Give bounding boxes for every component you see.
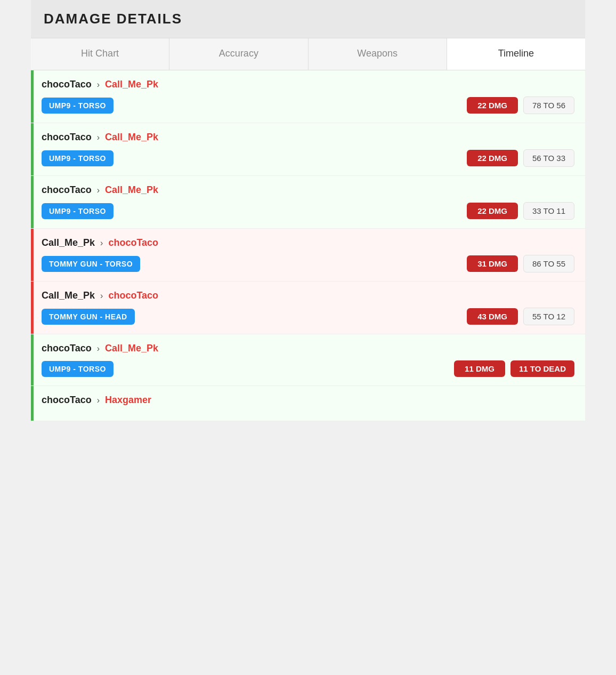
event-row: Call_Me_Pk › chocoTaco TOMMY GUN - HEAD … [31, 282, 585, 334]
dmg-badge: 31 DMG [467, 255, 518, 272]
weapon-badge: UMP9 - TORSO [42, 361, 114, 377]
attacker-name: Call_Me_Pk [42, 290, 95, 301]
tab-timeline[interactable]: Timeline [447, 38, 585, 70]
arrow-icon: › [97, 133, 100, 142]
attacker-name: chocoTaco [42, 395, 92, 406]
arrow-icon: › [100, 238, 103, 248]
target-name: Haxgamer [105, 395, 151, 406]
arrow-icon: › [97, 396, 100, 405]
arrow-icon: › [97, 186, 100, 195]
event-details-right: 22 DMG 78 TO 56 [467, 97, 574, 114]
event-row: chocoTaco › Haxgamer [31, 386, 585, 421]
dmg-badge: 22 DMG [467, 97, 518, 114]
event-details: UMP9 - TORSO 22 DMG 56 TO 33 [42, 149, 574, 167]
event-players: chocoTaco › Call_Me_Pk [42, 184, 574, 196]
event-details: UMP9 - TORSO 22 DMG 33 TO 11 [42, 202, 574, 220]
health-badge: 55 TO 12 [523, 308, 574, 325]
tabs-bar: Hit Chart Accuracy Weapons Timeline [31, 38, 585, 70]
arrow-icon: › [100, 291, 103, 301]
health-badge: 78 TO 56 [523, 97, 574, 114]
weapon-badge: TOMMY GUN - TORSO [42, 256, 140, 272]
event-details: UMP9 - TORSO 22 DMG 78 TO 56 [42, 97, 574, 114]
page-wrapper: DAMAGE DETAILS Hit Chart Accuracy Weapon… [31, 0, 585, 421]
arrow-icon: › [97, 344, 100, 353]
event-details-right: 43 DMG 55 TO 12 [467, 308, 574, 325]
event-row: chocoTaco › Call_Me_Pk UMP9 - TORSO 11 D… [31, 334, 585, 386]
event-players: Call_Me_Pk › chocoTaco [42, 290, 574, 301]
event-row: chocoTaco › Call_Me_Pk UMP9 - TORSO 22 D… [31, 70, 585, 123]
attacker-name: chocoTaco [42, 343, 92, 354]
timeline-container: chocoTaco › Call_Me_Pk UMP9 - TORSO 22 D… [31, 70, 585, 421]
tab-hit-chart[interactable]: Hit Chart [31, 38, 169, 70]
event-details-right: 22 DMG 33 TO 11 [467, 202, 574, 220]
arrow-icon: › [97, 80, 100, 90]
page-header: DAMAGE DETAILS [31, 0, 585, 38]
health-badge: 86 TO 55 [523, 255, 574, 272]
attacker-name: chocoTaco [42, 184, 92, 196]
health-badge: 33 TO 11 [523, 202, 574, 220]
event-players: chocoTaco › Call_Me_Pk [42, 343, 574, 354]
weapon-badge: UMP9 - TORSO [42, 203, 114, 219]
health-badge: 56 TO 33 [523, 149, 574, 167]
event-players: chocoTaco › Haxgamer [42, 395, 574, 406]
tab-weapons[interactable]: Weapons [309, 38, 447, 70]
dmg-badge: 22 DMG [467, 150, 518, 166]
target-name: Call_Me_Pk [105, 79, 158, 90]
event-row: chocoTaco › Call_Me_Pk UMP9 - TORSO 22 D… [31, 123, 585, 176]
target-name: chocoTaco [108, 290, 158, 301]
tab-accuracy[interactable]: Accuracy [169, 38, 308, 70]
event-row: chocoTaco › Call_Me_Pk UMP9 - TORSO 22 D… [31, 176, 585, 229]
target-name: Call_Me_Pk [105, 343, 158, 354]
attacker-name: Call_Me_Pk [42, 237, 95, 248]
event-details: TOMMY GUN - HEAD 43 DMG 55 TO 12 [42, 308, 574, 325]
target-name: Call_Me_Pk [105, 132, 158, 143]
event-details: UMP9 - TORSO 11 DMG 11 TO DEAD [42, 360, 574, 377]
event-details-right: 22 DMG 56 TO 33 [467, 149, 574, 167]
event-players: chocoTaco › Call_Me_Pk [42, 132, 574, 143]
event-players: Call_Me_Pk › chocoTaco [42, 237, 574, 248]
dmg-badge: 22 DMG [467, 203, 518, 219]
page-title: DAMAGE DETAILS [44, 11, 572, 27]
target-name: Call_Me_Pk [105, 184, 158, 196]
attacker-name: chocoTaco [42, 132, 92, 143]
event-row: Call_Me_Pk › chocoTaco TOMMY GUN - TORSO… [31, 229, 585, 282]
weapon-badge: TOMMY GUN - HEAD [42, 309, 135, 325]
target-name: chocoTaco [108, 237, 158, 248]
event-details-right: 31 DMG 86 TO 55 [467, 255, 574, 272]
event-players: chocoTaco › Call_Me_Pk [42, 79, 574, 90]
weapon-badge: UMP9 - TORSO [42, 150, 114, 166]
event-details-right: 11 DMG 11 TO DEAD [454, 360, 574, 377]
dmg-badge: 43 DMG [467, 308, 518, 325]
event-details: TOMMY GUN - TORSO 31 DMG 86 TO 55 [42, 255, 574, 272]
weapon-badge: UMP9 - TORSO [42, 98, 114, 114]
dead-badge: 11 TO DEAD [510, 360, 574, 377]
attacker-name: chocoTaco [42, 79, 92, 90]
dmg-badge: 11 DMG [454, 360, 505, 377]
